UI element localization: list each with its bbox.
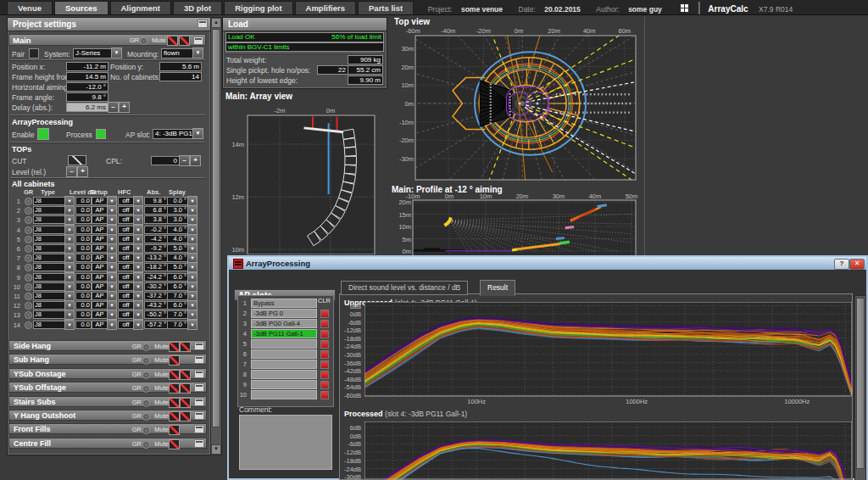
cabinet-level-field[interactable]: 0.0 [75,282,92,291]
ap-slot-6[interactable] [251,349,317,359]
slot-clear-button[interactable] [320,371,329,379]
cabinet-splay-field[interactable]: 3.0 ° [167,215,188,224]
hang-mute-button-1[interactable] [169,411,180,421]
ap-slot-7[interactable] [251,360,317,369]
hang-section-centre-fill[interactable]: Centre FillGRMute [8,438,207,449]
setup-select-arrow-icon[interactable]: ▼ [107,291,117,301]
cabinet-level-field[interactable]: 0.0 [75,263,92,271]
help-button[interactable]: ? [834,259,849,270]
hang-window-button[interactable] [194,425,204,433]
ap-slot-1[interactable]: Bypass [251,299,317,308]
menu-tab-rigging-plot[interactable]: Rigging plot [224,1,292,14]
cabinet-setup-select[interactable]: AP [92,235,108,243]
hfc-select-arrow-icon[interactable]: ▼ [133,272,143,282]
enable-indicator[interactable] [37,128,49,140]
cabinet-type-select[interactable]: J8 [33,197,65,205]
ap-content-scrollbar[interactable] [854,295,866,480]
setup-select-arrow-icon[interactable]: ▼ [107,243,117,254]
ap-scrollbar-thumb[interactable] [856,298,865,469]
cabinet-setup-select[interactable]: AP [92,254,108,262]
cabinet-hfc-select[interactable]: off [118,321,134,329]
close-button[interactable]: ✕ [849,259,865,270]
hang-mute-button-2[interactable] [180,383,191,393]
cabinet-gr-radio[interactable] [25,293,32,300]
num-cabinets-field[interactable]: 14 [159,72,202,81]
cabinet-type-select[interactable]: J8 [33,282,65,291]
cabinet-hfc-select[interactable]: off [118,197,134,205]
hfc-select-arrow-icon[interactable]: ▼ [133,320,143,330]
slot-clear-button[interactable] [320,330,329,338]
type-select-arrow-icon[interactable]: ▼ [64,320,75,330]
setup-select-arrow-icon[interactable]: ▼ [107,225,117,235]
cabinet-hfc-select[interactable]: off [118,206,134,215]
cabinet-gr-radio[interactable] [25,245,32,253]
cpl-plus-button[interactable]: + [190,155,201,166]
hfc-select-arrow-icon[interactable]: ▼ [133,215,143,225]
type-select-arrow-icon[interactable]: ▼ [64,253,75,263]
cabinet-setup-select[interactable]: AP [92,292,108,300]
cabinet-hfc-select[interactable]: off [118,254,134,262]
cabinet-setup-select[interactable]: AP [92,206,108,215]
type-select-arrow-icon[interactable]: ▼ [64,300,75,310]
aiming-field[interactable]: -12.0 ° [66,82,108,92]
cabinet-splay-field[interactable]: 6.0 ° [167,273,188,282]
hfc-select-arrow-icon[interactable]: ▼ [133,310,143,320]
splay-select-arrow-icon[interactable]: ▼ [187,300,198,310]
hang-mute-button-1[interactable] [169,398,180,408]
cabinet-level-field[interactable]: 0.0 [75,254,92,262]
cabinet-gr-radio[interactable] [25,207,32,215]
cabinet-splay-field[interactable]: 7.0 ° [167,292,188,300]
project-settings-scrollbar[interactable]: ▲ ▼ [210,17,222,455]
cabinet-splay-field[interactable]: 6.0 ° [167,301,188,310]
ap-slot-8[interactable] [251,370,317,379]
cabinet-level-field[interactable]: 0.0 [75,235,92,243]
cabinet-gr-radio[interactable] [25,264,32,271]
splay-select-arrow-icon[interactable]: ▼ [187,196,198,206]
setup-select-arrow-icon[interactable]: ▼ [107,272,117,282]
menu-tab-parts-list[interactable]: Parts list [358,1,414,14]
slot-clear-button[interactable] [320,350,329,359]
position-x-field[interactable]: -11.2 m [66,62,108,71]
cabinet-hfc-select[interactable]: off [118,226,134,234]
cabinet-gr-radio[interactable] [25,302,32,310]
hang-gr-radio[interactable] [142,371,150,379]
cabinet-splay-field[interactable]: 6.0 ° [167,282,188,291]
cabinet-splay-field[interactable]: 4.0 ° [167,254,188,262]
cabinet-level-field[interactable]: 0.0 [75,244,92,253]
cabinet-type-select[interactable]: J8 [33,321,65,329]
cut-button[interactable] [68,155,86,165]
type-select-arrow-icon[interactable]: ▼ [64,262,75,272]
cabinet-hfc-select[interactable]: off [118,310,134,319]
cabinet-gr-radio[interactable] [25,274,32,282]
hfc-select-arrow-icon[interactable]: ▼ [133,262,143,272]
cabinet-level-field[interactable]: 0.0 [75,301,92,310]
hang-gr-radio[interactable] [142,441,150,449]
pickpt-hole-field[interactable]: 22 [317,65,348,75]
hang-mute-button-1[interactable] [169,439,180,449]
setup-select-arrow-icon[interactable]: ▼ [107,253,117,263]
hang-window-button[interactable] [194,439,204,448]
hfc-select-arrow-icon[interactable]: ▼ [133,225,143,235]
slot-clear-button[interactable] [320,340,329,349]
splay-select-arrow-icon[interactable]: ▼ [187,215,198,225]
cabinet-hfc-select[interactable]: off [118,292,134,300]
scroll-down-icon[interactable]: ▼ [211,444,221,455]
hang-mute-button-2[interactable] [180,411,191,421]
cabinet-level-field[interactable]: 0.0 [75,310,92,319]
hang-window-button[interactable] [194,355,204,364]
splay-select-arrow-icon[interactable]: ▼ [187,253,198,263]
panel-window-button[interactable] [198,20,208,28]
main-gr-radio[interactable] [140,37,147,45]
cabinet-gr-radio[interactable] [25,236,32,243]
hang-mute-button-1[interactable] [169,342,180,352]
setup-select-arrow-icon[interactable]: ▼ [107,300,117,310]
type-select-arrow-icon[interactable]: ▼ [64,225,75,235]
mounting-select-arrow-icon[interactable]: ▼ [192,47,203,59]
splay-select-arrow-icon[interactable]: ▼ [187,282,198,292]
cabinet-hfc-select[interactable]: off [118,215,134,224]
hfc-select-arrow-icon[interactable]: ▼ [133,282,143,292]
cabinet-setup-select[interactable]: AP [92,273,108,282]
slot-clear-button[interactable] [320,360,329,369]
hang-mute-button-1[interactable] [169,355,180,366]
cabinet-splay-field[interactable]: 4.0 ° [167,226,188,234]
